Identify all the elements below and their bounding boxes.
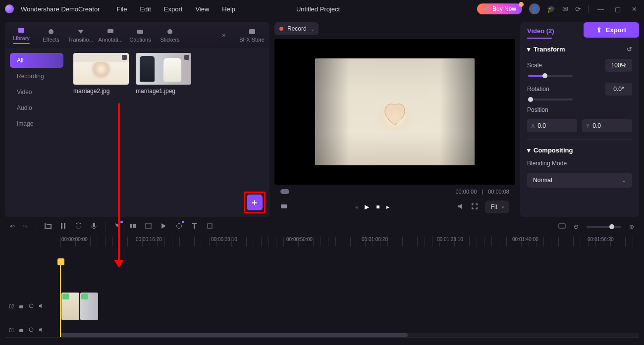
- undo-button[interactable]: ↶: [10, 223, 15, 230]
- tabs-more-button[interactable]: »: [222, 32, 226, 39]
- title-bar: Wondershare DemoCreator File Edit Export…: [0, 0, 644, 18]
- chevron-down-icon: ⌄: [311, 26, 315, 32]
- timeline-clip[interactable]: [80, 293, 98, 320]
- compositing-section-label: Compositing: [534, 147, 573, 154]
- reset-transform-button[interactable]: ↺: [627, 46, 632, 53]
- preview-fit-select[interactable]: Fit: [485, 200, 509, 213]
- preview-toggle[interactable]: [280, 189, 289, 194]
- play-button[interactable]: ▶: [365, 203, 369, 210]
- record-dropdown[interactable]: Record ⌄: [274, 22, 319, 35]
- shield-button[interactable]: [75, 222, 82, 231]
- zoom-in-button[interactable]: ⊕: [629, 223, 634, 230]
- tab-annotations[interactable]: Annotati...: [99, 26, 122, 45]
- track-mute-button[interactable]: [38, 303, 44, 310]
- speed-button[interactable]: [160, 222, 167, 231]
- sidebar-item-audio[interactable]: Audio: [10, 100, 63, 115]
- tab-library-label: Library: [13, 35, 30, 41]
- next-frame-button[interactable]: ▸: [386, 203, 389, 210]
- prev-frame-button[interactable]: ◂: [355, 203, 358, 210]
- ruler-label: 00:01:56:20: [588, 237, 614, 242]
- redo-button[interactable]: ↷: [23, 223, 28, 230]
- track-mute-button[interactable]: [38, 327, 44, 334]
- pan-zoom-button[interactable]: [145, 222, 152, 231]
- media-item[interactable]: marriage1.jpeg: [136, 53, 191, 95]
- timeline-ruler[interactable]: 00:00:00:00 00:00:16:20 00:00:33:10 00:0…: [60, 237, 639, 246]
- cursor-fx-button[interactable]: [114, 222, 121, 231]
- track-lock-button[interactable]: [18, 303, 24, 310]
- preview-time-current: 00:00:00: [455, 189, 477, 195]
- preview-viewport[interactable]: [274, 39, 515, 185]
- export-button[interactable]: ⇪ Export: [584, 22, 639, 38]
- track-number: 01: [9, 328, 14, 333]
- track-lane[interactable]: [60, 291, 639, 322]
- tab-stickers[interactable]: Stickers: [159, 26, 181, 45]
- window-maximize-button[interactable]: ▢: [613, 5, 623, 13]
- sidebar-item-image[interactable]: Image: [10, 116, 63, 131]
- rotation-slider[interactable]: [528, 99, 573, 100]
- marker-button[interactable]: [206, 222, 214, 231]
- svg-marker-2: [78, 30, 84, 34]
- collapse-icon[interactable]: ▾: [527, 46, 531, 53]
- preview-content-icon: [378, 99, 411, 129]
- menu-edit[interactable]: Edit: [137, 3, 154, 15]
- sidebar-item-video[interactable]: Video: [10, 85, 63, 99]
- position-y-input[interactable]: Y 0.0: [582, 119, 632, 132]
- zoom-out-button[interactable]: ⊖: [574, 223, 579, 230]
- buy-now-button[interactable]: 🛒 Buy Now: [477, 3, 522, 14]
- scale-value[interactable]: 100%: [605, 59, 632, 72]
- graduation-icon[interactable]: 🎓: [547, 5, 555, 13]
- window-close-button[interactable]: ✕: [630, 5, 639, 13]
- track-head: 02: [5, 303, 60, 310]
- track-visibility-button[interactable]: [28, 327, 34, 334]
- stop-button[interactable]: ■: [376, 203, 379, 210]
- tab-captions[interactable]: Captions: [129, 26, 152, 45]
- position-x-input[interactable]: X 0.0: [527, 119, 577, 132]
- rotation-value[interactable]: 0.0°: [605, 83, 632, 96]
- blending-mode-select[interactable]: Normal: [527, 173, 632, 188]
- crop-button[interactable]: [44, 222, 52, 231]
- tab-library[interactable]: Library: [10, 24, 33, 46]
- app-logo-icon: [5, 4, 14, 13]
- tab-effects[interactable]: Effects: [40, 26, 62, 45]
- voiceover-button[interactable]: [90, 222, 98, 231]
- buy-now-label: Buy Now: [492, 5, 516, 12]
- add-media-button[interactable]: ＋: [246, 194, 264, 211]
- track-visibility-button[interactable]: [28, 303, 34, 310]
- volume-button[interactable]: [457, 203, 464, 211]
- user-avatar[interactable]: 👤: [529, 3, 540, 14]
- svg-rect-15: [559, 224, 565, 228]
- timeline-clip[interactable]: [61, 293, 79, 320]
- collapse-icon[interactable]: ▾: [527, 147, 531, 154]
- fit-timeline-button[interactable]: [558, 222, 566, 231]
- track-head: 01: [5, 327, 60, 334]
- scale-slider[interactable]: [528, 75, 573, 77]
- tab-sfx-label: SFX Store: [239, 37, 265, 43]
- headset-icon[interactable]: ⟳: [575, 5, 581, 13]
- window-minimize-button[interactable]: —: [595, 5, 606, 13]
- tab-captions-label: Captions: [129, 37, 151, 43]
- timeline-zoom-slider[interactable]: [587, 226, 621, 228]
- snapshot-button[interactable]: [280, 203, 287, 211]
- svg-rect-7: [281, 204, 287, 208]
- tab-transitions[interactable]: Transitio...: [69, 26, 92, 45]
- media-item[interactable]: marriage2.jpg: [73, 53, 129, 95]
- svg-rect-6: [249, 29, 255, 34]
- preview-time-total: 00:00:08: [488, 189, 509, 195]
- text-button[interactable]: [191, 222, 198, 231]
- timeline-playhead[interactable]: [60, 248, 61, 338]
- split-button[interactable]: [59, 222, 67, 231]
- circle-button[interactable]: [175, 222, 183, 231]
- tab-sfx-store[interactable]: SFX Store: [239, 28, 265, 43]
- mail-icon[interactable]: ✉: [562, 5, 568, 13]
- sidebar-item-all[interactable]: All: [10, 53, 63, 68]
- sidebar-item-recording[interactable]: Recording: [10, 69, 63, 84]
- media-type-tag-icon: [184, 55, 189, 60]
- fullscreen-button[interactable]: [471, 203, 478, 211]
- menu-file[interactable]: File: [113, 3, 130, 15]
- timeline-scrollbar[interactable]: [60, 333, 639, 337]
- track-lock-button[interactable]: [18, 327, 24, 334]
- media-thumbnail: [73, 53, 129, 85]
- group-button[interactable]: [129, 222, 137, 231]
- titlebar-right: 🛒 Buy Now 👤 🎓 ✉ ⟳ — ▢ ✕: [477, 3, 639, 14]
- tab-annotations-label: Annotati...: [98, 37, 123, 43]
